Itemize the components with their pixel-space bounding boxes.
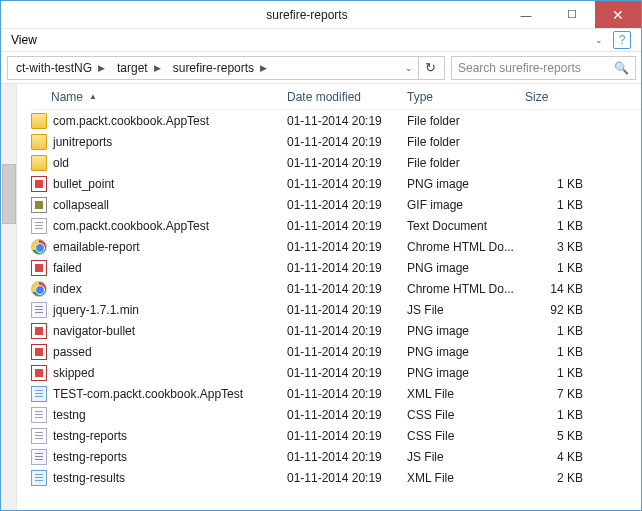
breadcrumb-item[interactable]: ct-with-testNG▶ [10,57,111,79]
minimize-button[interactable]: — [503,1,549,28]
file-type: JS File [407,303,525,317]
file-date: 01-11-2014 20:19 [287,198,407,212]
search-input[interactable] [458,61,608,75]
file-name-cell: bullet_point [31,176,287,192]
file-row[interactable]: bullet_point01-11-2014 20:19PNG image1 K… [31,173,641,194]
file-row[interactable]: testng-reports01-11-2014 20:19CSS File5 … [31,425,641,446]
file-row[interactable]: failed01-11-2014 20:19PNG image1 KB [31,257,641,278]
breadcrumb-dropdown[interactable]: ⌄ [400,63,418,73]
file-name: old [53,156,69,170]
breadcrumb-item[interactable]: surefire-reports▶ [167,57,273,79]
ribbon-toggle[interactable]: ⌄ ? [595,31,631,49]
file-row[interactable]: jquery-1.7.1.min01-11-2014 20:19JS File9… [31,299,641,320]
file-name: com.packt.cookbook.AppTest [53,114,209,128]
xml-icon [31,386,47,402]
file-name-cell: testng-reports [31,449,287,465]
file-type: XML File [407,387,525,401]
file-date: 01-11-2014 20:19 [287,387,407,401]
breadcrumb[interactable]: ct-with-testNG▶ target▶ surefire-reports… [7,56,445,80]
file-row[interactable]: com.packt.cookbook.AppTest01-11-2014 20:… [31,215,641,236]
breadcrumb-label: surefire-reports [173,61,254,75]
file-row[interactable]: junitreports01-11-2014 20:19File folder [31,131,641,152]
file-date: 01-11-2014 20:19 [287,135,407,149]
file-row[interactable]: collapseall01-11-2014 20:19GIF image1 KB [31,194,641,215]
navbar: ct-with-testNG▶ target▶ surefire-reports… [1,52,641,84]
menu-view[interactable]: View [11,33,37,47]
file-type: Chrome HTML Do... [407,282,525,296]
file-pane: Name ▲ Date modified Type Size com.packt… [17,84,641,510]
txt-icon [31,218,47,234]
file-name-cell: testng-results [31,470,287,486]
file-type: File folder [407,156,525,170]
file-type: PNG image [407,345,525,359]
file-name-cell: index [31,281,287,297]
file-name: index [53,282,82,296]
search-box[interactable]: 🔍 [451,56,636,80]
file-row[interactable]: testng01-11-2014 20:19CSS File1 KB [31,404,641,425]
css-icon [31,428,47,444]
column-size[interactable]: Size [525,90,587,104]
file-type: Chrome HTML Do... [407,240,525,254]
file-row[interactable]: navigator-bullet01-11-2014 20:19PNG imag… [31,320,641,341]
file-date: 01-11-2014 20:19 [287,282,407,296]
file-row[interactable]: skipped01-11-2014 20:19PNG image1 KB [31,362,641,383]
window-buttons: — ☐ ✕ [503,1,641,28]
content: Name ▲ Date modified Type Size com.packt… [1,84,641,510]
nav-scrollbar[interactable] [1,84,17,510]
file-name-cell: com.packt.cookbook.AppTest [31,113,287,129]
file-size: 1 KB [525,324,587,338]
file-name: passed [53,345,92,359]
chrome-icon [31,281,47,297]
css-icon [31,407,47,423]
help-icon[interactable]: ? [613,31,631,49]
file-row[interactable]: index01-11-2014 20:19Chrome HTML Do...14… [31,278,641,299]
file-size: 1 KB [525,261,587,275]
file-name: junitreports [53,135,112,149]
file-date: 01-11-2014 20:19 [287,429,407,443]
file-name: testng-reports [53,450,127,464]
file-size: 1 KB [525,219,587,233]
file-name: skipped [53,366,94,380]
file-date: 01-11-2014 20:19 [287,240,407,254]
file-name-cell: jquery-1.7.1.min [31,302,287,318]
chevron-right-icon[interactable]: ▶ [154,63,161,73]
folder-icon [31,155,47,171]
column-name[interactable]: Name ▲ [31,90,287,104]
file-name: testng-results [53,471,125,485]
search-icon: 🔍 [614,61,629,75]
file-name-cell: skipped [31,365,287,381]
file-row[interactable]: emailable-report01-11-2014 20:19Chrome H… [31,236,641,257]
file-name-cell: junitreports [31,134,287,150]
file-row[interactable]: passed01-11-2014 20:19PNG image1 KB [31,341,641,362]
breadcrumb-item[interactable]: target▶ [111,57,167,79]
chevron-right-icon[interactable]: ▶ [260,63,267,73]
file-type: PNG image [407,177,525,191]
titlebar[interactable]: surefire-reports — ☐ ✕ [1,1,641,29]
chevron-right-icon[interactable]: ▶ [98,63,105,73]
file-size: 1 KB [525,345,587,359]
file-size: 1 KB [525,408,587,422]
file-name-cell: passed [31,344,287,360]
maximize-button[interactable]: ☐ [549,1,595,28]
file-row[interactable]: testng-results01-11-2014 20:19XML File2 … [31,467,641,488]
file-size: 1 KB [525,177,587,191]
file-size: 2 KB [525,471,587,485]
file-name: TEST-com.packt.cookbook.AppTest [53,387,243,401]
refresh-button[interactable]: ↻ [418,56,442,80]
file-row[interactable]: old01-11-2014 20:19File folder [31,152,641,173]
file-name: emailable-report [53,240,140,254]
sort-ascending-icon: ▲ [89,92,97,101]
file-name: bullet_point [53,177,114,191]
file-row[interactable]: com.packt.cookbook.AppTest01-11-2014 20:… [31,110,641,131]
file-name: navigator-bullet [53,324,135,338]
column-date[interactable]: Date modified [287,90,407,104]
file-size: 5 KB [525,429,587,443]
file-name-cell: testng [31,407,287,423]
close-button[interactable]: ✕ [595,1,641,28]
file-row[interactable]: TEST-com.packt.cookbook.AppTest01-11-201… [31,383,641,404]
column-type[interactable]: Type [407,90,525,104]
xml-icon [31,470,47,486]
file-row[interactable]: testng-reports01-11-2014 20:19JS File4 K… [31,446,641,467]
chevron-down-icon: ⌄ [595,35,603,45]
scrollbar-thumb[interactable] [2,164,16,224]
